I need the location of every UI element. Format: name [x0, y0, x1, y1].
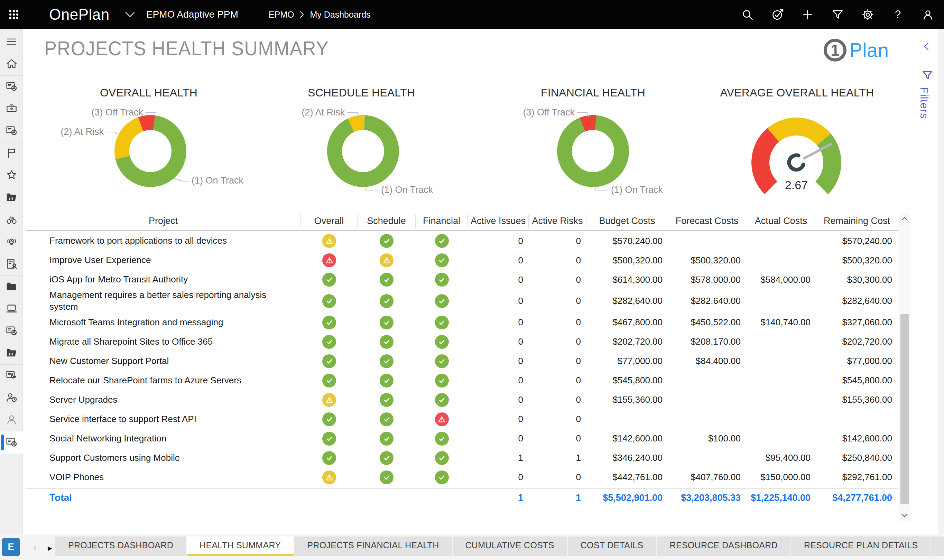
health-ontrack-check-icon[interactable] — [380, 294, 394, 308]
sidebar-item-briefcase[interactable] — [0, 98, 23, 120]
health-atrisk-warning-icon[interactable] — [322, 471, 336, 484]
health-ontrack-check-icon[interactable] — [322, 374, 336, 388]
workspace-tile[interactable]: E — [2, 538, 20, 556]
filters-funnel-icon[interactable] — [921, 69, 934, 82]
health-ontrack-check-icon[interactable] — [380, 432, 394, 446]
health-ontrack-check-icon[interactable] — [380, 471, 394, 484]
table-row[interactable]: Framework to port applications to all de… — [26, 231, 898, 251]
sidebar-item-report-pie-active[interactable] — [0, 431, 23, 454]
sidebar-item-lightbulb[interactable] — [0, 231, 23, 253]
health-ontrack-check-icon[interactable] — [380, 315, 394, 329]
search-icon[interactable] — [741, 8, 754, 21]
sidebar-item-menu[interactable] — [0, 31, 23, 53]
project-name[interactable]: Support Customers using Mobile — [26, 452, 301, 464]
sidebar-item-document-person[interactable] — [0, 253, 23, 275]
quick-check-icon[interactable] — [771, 8, 784, 21]
column-header-overall[interactable]: Overall — [301, 214, 357, 228]
table-row[interactable]: Management requires a better sales repor… — [26, 289, 898, 313]
tab-cost-details[interactable]: COST DETAILS — [568, 537, 656, 556]
health-ontrack-check-icon[interactable] — [322, 451, 336, 465]
health-ontrack-check-icon[interactable] — [435, 273, 449, 286]
health-ontrack-check-icon[interactable] — [435, 451, 449, 465]
health-ontrack-check-icon[interactable] — [380, 234, 394, 248]
table-row[interactable]: New Customer Support Portal00$77,000.00$… — [26, 352, 898, 371]
scrollbar-thumb[interactable] — [901, 314, 909, 504]
health-ontrack-check-icon[interactable] — [435, 393, 449, 407]
health-atrisk-warning-icon[interactable] — [322, 393, 336, 407]
health-ontrack-check-icon[interactable] — [380, 393, 394, 407]
scroll-up-icon[interactable] — [899, 213, 910, 225]
health-ontrack-check-icon[interactable] — [380, 412, 394, 426]
breadcrumb-current[interactable]: My Dashboards — [310, 10, 370, 20]
tab-projects-dashboard[interactable]: PROJECTS DASHBOARD — [55, 537, 186, 556]
column-header-remaining-cost[interactable]: Remaining Cost — [816, 214, 898, 228]
health-ontrack-check-icon[interactable] — [322, 315, 336, 329]
project-name[interactable]: Service interface to support Rest API — [26, 414, 301, 425]
settings-icon[interactable] — [861, 8, 874, 21]
health-ontrack-check-icon[interactable] — [380, 335, 394, 349]
sidebar-item-laptop[interactable] — [0, 298, 23, 320]
project-name[interactable]: Microsoft Teams Integration and messagin… — [26, 317, 301, 328]
column-header-active-issues[interactable]: Active Issues — [468, 214, 529, 228]
health-ontrack-check-icon[interactable] — [380, 273, 394, 286]
sidebar-item-folder-chart[interactable] — [0, 187, 23, 209]
table-scrollbar[interactable] — [899, 213, 910, 521]
health-ontrack-check-icon[interactable] — [435, 234, 449, 248]
project-name[interactable]: Management requires a better sales repor… — [26, 289, 301, 313]
table-row[interactable]: iOS App for Metro Transit Authority00$61… — [26, 270, 898, 289]
health-ontrack-check-icon[interactable] — [435, 315, 449, 329]
sidebar-item-binoculars[interactable] — [0, 209, 23, 231]
health-ontrack-check-icon[interactable] — [322, 354, 336, 368]
tab-health-summary[interactable]: HEALTH SUMMARY — [187, 537, 294, 556]
table-row[interactable]: VOIP Phones00$442,761.00$407,760.00$150,… — [26, 468, 898, 487]
chevron-down-icon[interactable] — [125, 11, 135, 18]
collapse-panel-icon[interactable] — [921, 40, 934, 54]
health-ontrack-check-icon[interactable] — [435, 294, 449, 308]
table-row[interactable]: Social Networking Integration00$142,600.… — [26, 429, 898, 448]
health-ontrack-check-icon[interactable] — [435, 432, 449, 446]
tabs-scroll-left-icon[interactable]: ‹ — [33, 540, 37, 554]
health-ontrack-check-icon[interactable] — [322, 412, 336, 426]
health-ontrack-check-icon[interactable] — [435, 471, 449, 484]
project-name[interactable]: Social Networking Integration — [26, 433, 301, 445]
project-name[interactable]: Relocate our SharePoint farms to Azure S… — [26, 375, 301, 386]
breadcrumb-root[interactable]: EPMO — [269, 10, 294, 20]
app-logo[interactable]: OnePlan — [49, 6, 109, 23]
table-row[interactable]: Support Customers using Mobile11$346,240… — [26, 448, 898, 468]
sidebar-item-person[interactable] — [0, 409, 23, 431]
sidebar-item-report-clock[interactable] — [0, 120, 23, 142]
health-offtrack-warning-icon[interactable] — [322, 253, 336, 267]
project-name[interactable]: New Customer Support Portal — [26, 355, 301, 367]
sidebar-item-folder[interactable] — [0, 276, 23, 298]
sidebar-item-flag[interactable] — [0, 142, 23, 165]
filter-icon[interactable] — [831, 8, 844, 21]
column-header-active-risks[interactable]: Active Risks — [529, 214, 587, 228]
donut-slice[interactable] — [114, 117, 143, 159]
tab-resource-dashboard[interactable]: RESOURCE DASHBOARD — [657, 537, 790, 556]
health-ontrack-check-icon[interactable] — [322, 335, 336, 349]
tabs-scroll-right-icon[interactable]: ▸ — [48, 540, 52, 555]
health-ontrack-check-icon[interactable] — [380, 354, 394, 368]
project-name[interactable]: iOS App for Metro Transit Authority — [26, 274, 301, 286]
health-offtrack-warning-icon[interactable] — [435, 412, 449, 426]
health-ontrack-check-icon[interactable] — [322, 432, 336, 446]
project-name[interactable]: VOIP Phones — [26, 471, 301, 483]
column-header-budget-costs[interactable]: Budget Costs — [587, 214, 668, 228]
table-row[interactable]: Service interface to support Rest API00 — [26, 410, 898, 429]
project-name[interactable]: Migrate all Sharepoint Sites to Office 3… — [26, 336, 301, 348]
health-ontrack-check-icon[interactable] — [322, 294, 336, 308]
sidebar-item-person-clock[interactable] — [0, 387, 23, 409]
scroll-down-icon[interactable] — [899, 510, 910, 521]
sidebar-item-star[interactable] — [0, 165, 23, 187]
tab-projects-financial-health[interactable]: PROJECTS FINANCIAL HEALTH — [294, 537, 451, 556]
filters-panel-toggle[interactable]: Filters — [918, 87, 930, 118]
table-row[interactable]: Improve User Experience00$500,320.00$500… — [26, 251, 898, 270]
sidebar-item-home[interactable] — [0, 53, 23, 75]
tab-resource-plan-details[interactable]: RESOURCE PLAN DETAILS — [791, 537, 931, 556]
health-ontrack-check-icon[interactable] — [435, 335, 449, 349]
tab-cumulative-costs[interactable]: CUMULATIVE COSTS — [453, 537, 567, 556]
tab-resource-plan-vs-capacity[interactable]: RESOURCE PLAN VS CAPACITY — [931, 537, 944, 556]
table-row[interactable]: Microsoft Teams Integration and messagin… — [26, 313, 898, 332]
health-ontrack-check-icon[interactable] — [435, 253, 449, 267]
health-ontrack-check-icon[interactable] — [435, 354, 449, 368]
